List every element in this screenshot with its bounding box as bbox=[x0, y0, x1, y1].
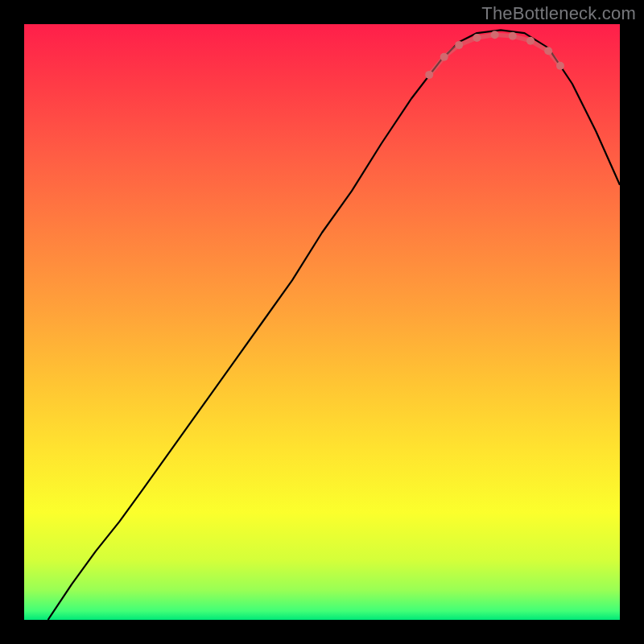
optimal-connector bbox=[495, 35, 513, 36]
chart-container: { "watermark": "TheBottleneck.com", "cha… bbox=[0, 0, 644, 644]
optimal-connector bbox=[477, 35, 494, 38]
bottleneck-chart bbox=[0, 0, 644, 644]
watermark-text: TheBottleneck.com bbox=[481, 3, 636, 24]
gradient-background bbox=[24, 24, 620, 620]
